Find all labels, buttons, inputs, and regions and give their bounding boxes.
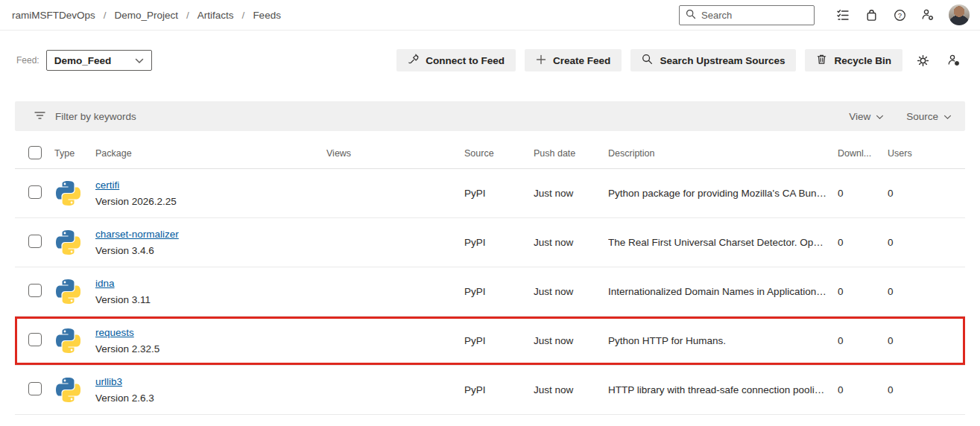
chevron-down-icon bbox=[876, 111, 884, 122]
package-link[interactable]: urllib3 bbox=[95, 376, 122, 387]
gear-icon[interactable] bbox=[911, 49, 934, 71]
description-cell: Python HTTP for Humans. bbox=[608, 335, 838, 346]
select-all-checkbox[interactable] bbox=[28, 146, 42, 159]
package-type-cell bbox=[54, 328, 95, 353]
header-description: Description bbox=[608, 148, 838, 159]
table-row[interactable]: charset-normalizer Version 3.4.6 PyPI Ju… bbox=[15, 218, 965, 267]
filter-dropdowns: View Source bbox=[849, 111, 952, 122]
create-feed-label: Create Feed bbox=[553, 55, 610, 66]
package-version: Version 2026.2.25 bbox=[95, 196, 326, 207]
source-cell: PyPI bbox=[464, 335, 534, 346]
connect-to-feed-button[interactable]: Connect to Feed bbox=[396, 49, 516, 71]
table-row[interactable]: certifi Version 2026.2.25 PyPI Just now … bbox=[15, 169, 965, 218]
source-cell: PyPI bbox=[464, 286, 534, 297]
package-name-cell: requests Version 2.32.5 bbox=[95, 327, 326, 355]
header-package: Package bbox=[95, 148, 326, 159]
filter-bar: View Source bbox=[15, 101, 965, 131]
package-link[interactable]: requests bbox=[95, 327, 134, 338]
package-name-cell: urllib3 Version 2.6.3 bbox=[95, 376, 326, 404]
search-upstream-sources-button[interactable]: Search Upstream Sources bbox=[630, 49, 796, 71]
search-icon bbox=[642, 54, 653, 67]
breadcrumb-separator: / bbox=[186, 10, 189, 21]
top-bar: ramiMSFTDevOps / Demo_Project / Artifact… bbox=[0, 0, 980, 31]
push-date-cell: Just now bbox=[534, 335, 608, 346]
breadcrumb-item-project[interactable]: Demo_Project bbox=[115, 10, 179, 21]
recycle-bin-button[interactable]: Recycle Bin bbox=[805, 49, 902, 71]
breadcrumb-item-feeds: Feeds bbox=[253, 10, 281, 21]
table-header-row: Type Package Views Source Push date Desc… bbox=[15, 139, 965, 169]
command-actions: Connect to Feed Create Feed Search Upstr… bbox=[396, 49, 965, 71]
feed-dropdown[interactable]: Demo_Feed bbox=[46, 50, 152, 71]
table-row[interactable]: urllib3 Version 2.6.3 PyPI Just now HTTP… bbox=[15, 366, 965, 415]
recycle-bin-label: Recycle Bin bbox=[834, 55, 891, 66]
feed-picker: Feed: Demo_Feed bbox=[16, 50, 152, 71]
breadcrumb-separator: / bbox=[242, 10, 245, 21]
breadcrumb-separator: / bbox=[104, 10, 107, 21]
users-cell: 0 bbox=[888, 286, 965, 297]
push-date-cell: Just now bbox=[534, 237, 608, 248]
source-cell: PyPI bbox=[464, 384, 534, 395]
header-views: Views bbox=[326, 148, 464, 159]
row-checkbox[interactable] bbox=[28, 333, 42, 346]
downloads-cell: 0 bbox=[838, 335, 888, 346]
python-icon bbox=[54, 328, 95, 353]
table-row[interactable]: idna Version 3.11 PyPI Just now Internat… bbox=[15, 267, 965, 317]
package-link[interactable]: charset-normalizer bbox=[95, 229, 179, 240]
filter-keywords-input[interactable] bbox=[55, 111, 368, 122]
package-type-cell bbox=[54, 230, 95, 255]
plus-icon bbox=[536, 54, 546, 67]
feed-label: Feed: bbox=[16, 55, 39, 66]
marketplace-bag-icon[interactable] bbox=[861, 4, 882, 25]
breadcrumb-item-artifacts[interactable]: Artifacts bbox=[197, 10, 234, 21]
chevron-down-icon bbox=[135, 55, 144, 66]
breadcrumb: ramiMSFTDevOps / Demo_Project / Artifact… bbox=[12, 10, 281, 21]
package-version: Version 2.6.3 bbox=[95, 392, 326, 404]
package-version: Version 2.32.5 bbox=[95, 343, 326, 355]
row-checkbox[interactable] bbox=[28, 185, 42, 199]
package-link[interactable]: idna bbox=[95, 278, 115, 289]
table-row[interactable]: requests Version 2.32.5 PyPI Just now Py… bbox=[15, 317, 965, 366]
header-users: Users bbox=[888, 148, 965, 159]
downloads-cell: 0 bbox=[838, 384, 888, 395]
connect-to-feed-label: Connect to Feed bbox=[426, 55, 505, 66]
svg-text:?: ? bbox=[897, 10, 901, 19]
row-checkbox[interactable] bbox=[28, 382, 42, 395]
create-feed-button[interactable]: Create Feed bbox=[525, 49, 622, 71]
package-name-cell: idna Version 3.11 bbox=[95, 278, 326, 305]
view-filter-dropdown[interactable]: View bbox=[849, 111, 884, 122]
package-version: Version 3.11 bbox=[95, 294, 326, 305]
trash-icon bbox=[816, 54, 827, 67]
breadcrumb-item-organization[interactable]: ramiMSFTDevOps bbox=[12, 10, 95, 21]
users-cell: 0 bbox=[888, 188, 965, 199]
plug-icon bbox=[408, 54, 419, 67]
package-link[interactable]: certifi bbox=[95, 179, 119, 191]
python-icon bbox=[54, 181, 95, 206]
push-date-cell: Just now bbox=[534, 384, 608, 395]
task-list-icon[interactable] bbox=[832, 4, 853, 25]
python-icon bbox=[54, 230, 95, 255]
user-settings-icon[interactable] bbox=[917, 4, 938, 25]
filter-icon bbox=[34, 111, 45, 122]
feed-dropdown-value: Demo_Feed bbox=[54, 55, 112, 66]
feed-permissions-icon[interactable] bbox=[943, 49, 965, 71]
users-cell: 0 bbox=[888, 237, 965, 248]
header-source: Source bbox=[464, 148, 534, 159]
command-bar: Feed: Demo_Feed Connect to Feed Create F… bbox=[0, 49, 980, 71]
search-upstream-sources-label: Search Upstream Sources bbox=[660, 55, 785, 66]
view-filter-label: View bbox=[849, 111, 870, 122]
downloads-cell: 0 bbox=[838, 188, 888, 199]
search-input[interactable] bbox=[701, 10, 808, 21]
global-search-box[interactable] bbox=[679, 5, 815, 25]
package-type-cell bbox=[54, 279, 95, 304]
avatar[interactable] bbox=[949, 4, 970, 25]
topbar-actions: ? bbox=[679, 4, 970, 25]
package-type-cell bbox=[54, 378, 95, 402]
row-checkbox[interactable] bbox=[28, 235, 42, 248]
source-filter-dropdown[interactable]: Source bbox=[906, 111, 952, 122]
header-type: Type bbox=[54, 148, 95, 159]
filter-input-area[interactable] bbox=[34, 111, 849, 122]
row-checkbox[interactable] bbox=[28, 284, 42, 297]
users-cell: 0 bbox=[888, 335, 965, 346]
help-icon[interactable]: ? bbox=[889, 4, 910, 25]
source-cell: PyPI bbox=[464, 237, 534, 248]
